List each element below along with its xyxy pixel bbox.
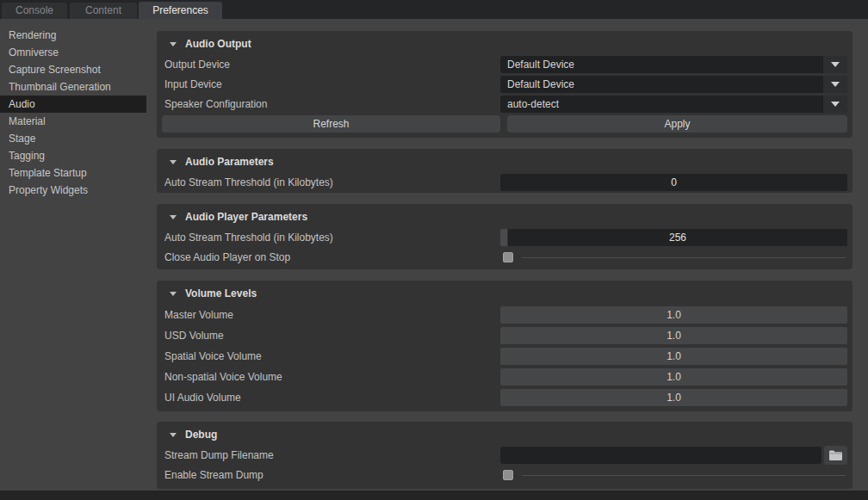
tab-preferences[interactable]: Preferences xyxy=(139,2,222,19)
field-label: Auto Stream Threshold (in Kilobytes) xyxy=(162,231,500,244)
sidebar-item-stage[interactable]: Stage xyxy=(0,130,146,147)
folder-icon xyxy=(829,450,842,460)
ui-audio-volume-slider[interactable]: 1.0 xyxy=(500,389,847,406)
section-title: Audio Player Parameters xyxy=(185,211,307,223)
output-device-dropdown[interactable]: Default Device xyxy=(500,56,847,73)
sidebar-item-omniverse[interactable]: Omniverse xyxy=(0,44,146,61)
row-speaker-configuration: Speaker Configuration auto-detect xyxy=(162,96,847,113)
field-label: Auto Stream Threshold (in Kilobytes) xyxy=(162,176,500,188)
field-label: USD Volume xyxy=(162,330,500,342)
sidebar-item-thumbnail-generation[interactable]: Thumbnail Generation xyxy=(0,78,146,96)
sidebar-item-template-startup[interactable]: Template Startup xyxy=(0,164,146,182)
collapse-triangle-icon xyxy=(170,160,177,164)
tab-console[interactable]: Console xyxy=(2,3,67,19)
row-close-audio-player-on-stop: Close Audio Player on Stop xyxy=(162,249,847,266)
field-label: Output Device xyxy=(162,59,500,71)
row-output-device: Output Device Default Device xyxy=(162,56,847,73)
chevron-down-icon[interactable] xyxy=(823,76,847,93)
section-header-debug[interactable]: Debug xyxy=(162,425,847,444)
section-header-audio-output[interactable]: Audio Output xyxy=(162,34,847,53)
field-label: Spatial Voice Volume xyxy=(162,350,500,362)
section-header-audio-parameters[interactable]: Audio Parameters xyxy=(162,152,847,171)
field-label: UI Audio Volume xyxy=(162,392,500,404)
preferences-sidebar: Rendering Omniverse Capture Screenshot T… xyxy=(0,19,152,491)
collapse-triangle-icon xyxy=(170,433,177,437)
section-audio-parameters: Audio Parameters Auto Stream Threshold (… xyxy=(157,149,852,193)
collapse-triangle-icon xyxy=(170,292,177,296)
section-title: Audio Output xyxy=(185,38,251,50)
master-volume-slider[interactable]: 1.0 xyxy=(500,306,847,324)
chevron-down-icon[interactable] xyxy=(823,96,847,113)
field-divider xyxy=(522,257,846,258)
input-device-dropdown[interactable]: Default Device xyxy=(500,76,847,93)
section-audio-output: Audio Output Output Device Default Devic… xyxy=(157,31,852,138)
apply-button[interactable]: Apply xyxy=(507,115,847,133)
row-player-auto-stream-threshold: Auto Stream Threshold (in Kilobytes) 256 xyxy=(162,229,847,246)
field-label: Input Device xyxy=(162,78,500,90)
tab-content[interactable]: Content xyxy=(70,3,137,19)
field-divider xyxy=(522,475,846,476)
section-title: Debug xyxy=(185,429,217,441)
row-usd-volume: USD Volume 1.0 xyxy=(162,327,847,344)
chevron-down-icon[interactable] xyxy=(823,56,847,73)
row-spatial-voice-volume: Spatial Voice Volume 1.0 xyxy=(162,348,847,365)
section-title: Audio Parameters xyxy=(185,156,274,168)
enable-stream-dump-checkbox[interactable] xyxy=(503,470,513,480)
dropdown-selected-value: Default Device xyxy=(500,59,823,71)
sidebar-item-material[interactable]: Material xyxy=(0,113,146,130)
row-stream-dump-filename: Stream Dump Filename xyxy=(162,447,847,464)
field-label: Non-spatial Voice Volume xyxy=(162,371,500,383)
refresh-button[interactable]: Refresh xyxy=(162,115,500,133)
section-volume-levels: Volume Levels Master Volume 1.0 USD Volu… xyxy=(157,281,852,411)
row-master-volume: Master Volume 1.0 xyxy=(162,306,847,324)
sidebar-item-rendering[interactable]: Rendering xyxy=(0,27,146,44)
speaker-configuration-dropdown[interactable]: auto-detect xyxy=(500,96,847,113)
browse-folder-button[interactable] xyxy=(824,446,847,465)
row-input-device: Input Device Default Device xyxy=(162,76,847,93)
sidebar-item-property-widgets[interactable]: Property Widgets xyxy=(0,182,146,199)
field-label: Master Volume xyxy=(162,309,500,321)
row-enable-stream-dump: Enable Stream Dump xyxy=(162,466,847,484)
field-label: Enable Stream Dump xyxy=(162,469,500,481)
stream-dump-filename-input[interactable] xyxy=(500,447,822,464)
drag-handle[interactable] xyxy=(500,229,507,246)
audio-output-buttons: Refresh Apply xyxy=(162,115,847,133)
non-spatial-voice-volume-slider[interactable]: 1.0 xyxy=(500,368,847,386)
dropdown-selected-value: auto-detect xyxy=(500,98,823,110)
section-debug: Debug Stream Dump Filename Enable Stream… xyxy=(157,422,852,489)
section-header-volume-levels[interactable]: Volume Levels xyxy=(162,284,847,303)
section-title: Volume Levels xyxy=(185,287,257,299)
field-label: Stream Dump Filename xyxy=(162,449,500,461)
tab-bar: Console Content Preferences xyxy=(0,0,868,19)
dropdown-selected-value: Default Device xyxy=(500,78,823,90)
sidebar-item-tagging[interactable]: Tagging xyxy=(0,147,146,164)
collapse-triangle-icon xyxy=(170,42,177,46)
row-ui-audio-volume: UI Audio Volume 1.0 xyxy=(162,389,847,406)
auto-stream-threshold-input[interactable]: 0 xyxy=(500,174,847,191)
section-header-audio-player-parameters[interactable]: Audio Player Parameters xyxy=(162,207,847,226)
field-label: Speaker Configuration xyxy=(162,98,500,110)
section-audio-player-parameters: Audio Player Parameters Auto Stream Thre… xyxy=(157,204,852,269)
spatial-voice-volume-slider[interactable]: 1.0 xyxy=(500,348,847,365)
player-auto-stream-threshold-input[interactable]: 256 xyxy=(508,229,847,246)
field-label: Close Audio Player on Stop xyxy=(162,251,500,263)
usd-volume-slider[interactable]: 1.0 xyxy=(500,327,847,344)
window-bottom-edge xyxy=(0,491,868,500)
sidebar-item-capture-screenshot[interactable]: Capture Screenshot xyxy=(0,61,146,78)
collapse-triangle-icon xyxy=(170,215,177,219)
close-audio-player-checkbox[interactable] xyxy=(503,252,513,262)
row-non-spatial-voice-volume: Non-spatial Voice Volume 1.0 xyxy=(162,368,847,386)
row-auto-stream-threshold: Auto Stream Threshold (in Kilobytes) 0 xyxy=(162,174,847,191)
sidebar-item-audio[interactable]: Audio xyxy=(0,96,146,113)
